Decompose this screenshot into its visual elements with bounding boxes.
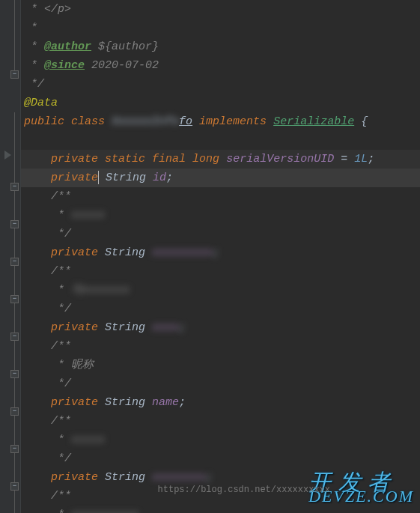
code-line-current[interactable]: private String id; [21, 169, 420, 187]
caret-icon [98, 171, 99, 184]
fold-toggle-icon[interactable]: − [10, 407, 19, 416]
operator: = [341, 153, 347, 166]
fold-toggle-icon[interactable]: − [10, 333, 19, 341]
code-line[interactable]: */ [21, 75, 420, 94]
code-line[interactable]: * xxxxx [21, 431, 420, 449]
keyword: long [192, 153, 219, 166]
code-line[interactable]: */ [21, 225, 420, 243]
fold-toggle-icon[interactable]: − [10, 220, 19, 228]
annotation: @Data [24, 97, 58, 109]
javadoc-text: * [51, 284, 71, 297]
keyword: final [152, 153, 186, 166]
gutter: − − − − − − − − − − [0, 0, 21, 513]
fold-toggle-icon[interactable]: − [10, 370, 19, 378]
javadoc-end: */ [24, 78, 44, 91]
javadoc-value: ${author} [98, 40, 159, 53]
javadoc-open: /** [51, 190, 71, 203]
javadoc-end: */ [51, 228, 71, 240]
keyword: private [51, 396, 98, 409]
code-line[interactable]: * 与xxxxxxx [21, 281, 420, 300]
code-line[interactable]: * 昵称 [21, 356, 420, 374]
fold-toggle-icon[interactable]: − [10, 258, 19, 266]
keyword: static [105, 153, 145, 166]
fold-toggle-icon[interactable]: − [10, 482, 19, 491]
field-name: id [153, 171, 166, 184]
code-line[interactable]: * xxxxxxxxxx [21, 506, 420, 513]
code-line[interactable]: * @since 2020-07-02 [21, 56, 420, 75]
field-name-obfuscated: xxxx [152, 321, 179, 334]
number-literal: 1L [354, 153, 368, 166]
class-name: fo [179, 115, 192, 128]
field-name: name [152, 396, 179, 409]
keyword: implements [199, 115, 267, 128]
keyword: private [51, 246, 98, 259]
type: String [105, 321, 145, 334]
javadoc-obfuscated: xxxxx [71, 434, 105, 446]
semicolon: ; [368, 153, 374, 166]
javadoc-text: * </p> [24, 3, 71, 16]
code-line[interactable]: public class XxxxxxInfofo implements Ser… [21, 112, 420, 131]
keyword: class [71, 115, 105, 128]
code-line[interactable]: * [21, 19, 420, 37]
type: String [105, 246, 145, 259]
javadoc-open: /** [51, 415, 71, 428]
javadoc-tag: @author [44, 40, 91, 53]
javadoc-text: 昵称 [71, 359, 94, 371]
code-line[interactable]: */ [21, 449, 420, 468]
code-line[interactable] [21, 131, 420, 150]
code-line[interactable]: /** [21, 262, 420, 281]
fold-line [14, 0, 15, 73]
code-line[interactable]: @Data [21, 94, 420, 112]
run-gutter-icon[interactable] [4, 151, 11, 160]
field-name: serialVersionUID [226, 153, 334, 166]
javadoc-obfuscated: 与xxxxxxx [71, 284, 130, 297]
javadoc-text: * [24, 22, 37, 34]
watermark-url: https://blog.csdn.net/xxxxxxxxxx [158, 481, 330, 500]
type: String [105, 471, 145, 484]
code-line[interactable]: * xxxxx [21, 206, 420, 225]
fold-toggle-icon[interactable]: − [10, 70, 19, 79]
code-line[interactable]: * </p> [21, 0, 420, 19]
javadoc-obfuscated: xxxxxxxxxx [71, 509, 139, 513]
interface-name: Serializable [273, 115, 354, 128]
javadoc-value: 2020-07-02 [91, 59, 159, 72]
javadoc-end: */ [51, 452, 71, 465]
keyword: private [51, 321, 98, 334]
code-line[interactable]: */ [21, 374, 420, 393]
javadoc-obfuscated: xxxxx [71, 209, 105, 222]
fold-toggle-icon[interactable]: − [10, 183, 19, 191]
keyword: private [51, 153, 98, 166]
type: String [106, 171, 146, 184]
javadoc-text: * [51, 509, 71, 513]
keyword: public [24, 115, 64, 128]
type: String [105, 396, 145, 409]
code-editor[interactable]: − − − − − − − − − − * </p> * * @author $… [0, 0, 420, 513]
code-line[interactable]: /** [21, 187, 420, 206]
brace: { [361, 115, 368, 128]
javadoc-text: * [51, 434, 71, 446]
code-line[interactable]: private String xxxxxxxxx; [21, 243, 420, 262]
code-line[interactable]: /** [21, 412, 420, 431]
class-name-obfuscated: XxxxxxInfo [112, 115, 179, 128]
javadoc-open: /** [51, 265, 71, 278]
javadoc-end: */ [51, 303, 71, 315]
code-line[interactable]: private String xxxx; [21, 318, 420, 337]
code-line[interactable]: /** [21, 337, 420, 356]
javadoc-text: * [51, 209, 71, 222]
code-line[interactable]: */ [21, 300, 420, 318]
code-line[interactable]: private static final long serialVersionU… [21, 150, 420, 169]
code-area[interactable]: * </p> * * @author ${author} * @since 20… [21, 0, 420, 513]
javadoc-open: /** [51, 490, 71, 503]
javadoc-end: */ [51, 377, 71, 390]
fold-toggle-icon[interactable]: − [10, 445, 19, 453]
field-name-obfuscated: xxxxxxxxx [152, 246, 213, 259]
keyword: private [51, 171, 98, 184]
javadoc-tag: @since [44, 59, 85, 72]
javadoc-open: /** [51, 340, 71, 353]
fold-toggle-icon[interactable]: − [10, 295, 19, 303]
code-line[interactable]: private String name; [21, 393, 420, 412]
code-line[interactable]: * @author ${author} [21, 37, 420, 56]
keyword: private [51, 471, 98, 484]
